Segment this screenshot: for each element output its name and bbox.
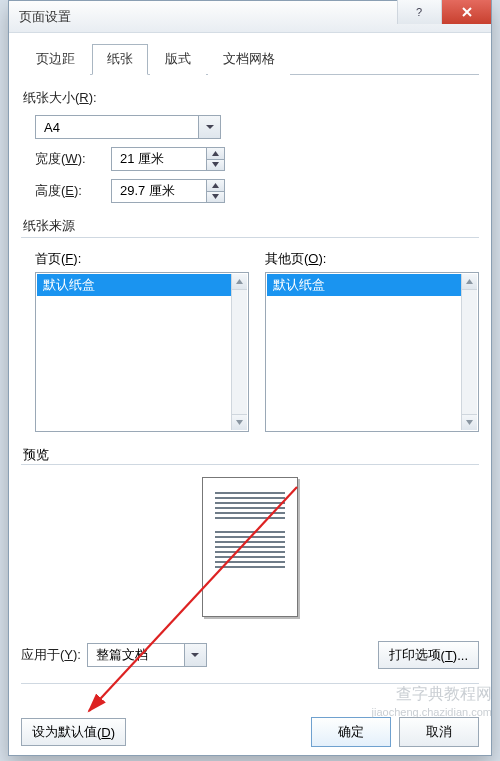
chevron-down-icon <box>184 644 206 666</box>
svg-text:?: ? <box>416 6 422 18</box>
preview-label: 预览 <box>23 446 479 464</box>
scrollbar[interactable] <box>231 274 247 430</box>
paper-size-combo[interactable]: A4 <box>35 115 221 139</box>
chevron-down-icon <box>207 160 224 171</box>
apply-to-label: 应用于(Y): <box>21 646 81 664</box>
ok-button[interactable]: 确定 <box>311 717 391 747</box>
apply-to-combo[interactable]: 整篇文档 <box>87 643 207 667</box>
other-pages-listbox[interactable]: 默认纸盒 <box>265 272 479 432</box>
dialog-title: 页面设置 <box>19 8 397 26</box>
apply-to-value: 整篇文档 <box>88 646 184 664</box>
paper-size-label: 纸张大小(R): <box>23 89 479 107</box>
print-options-button[interactable]: 打印选项(T)... <box>378 641 479 669</box>
width-value: 21 厘米 <box>112 150 206 168</box>
paper-source-label: 纸张来源 <box>23 217 479 235</box>
tab-strip: 页边距 纸张 版式 文档网格 <box>21 43 479 75</box>
tab-paper[interactable]: 纸张 <box>92 44 148 75</box>
first-page-listbox[interactable]: 默认纸盒 <box>35 272 249 432</box>
list-item[interactable]: 默认纸盒 <box>37 274 231 296</box>
tab-grid[interactable]: 文档网格 <box>208 44 290 75</box>
height-label: 高度(E): <box>35 182 111 200</box>
tab-layout[interactable]: 版式 <box>150 44 206 75</box>
page-preview-icon <box>202 477 298 617</box>
width-spinner[interactable]: 21 厘米 <box>111 147 225 171</box>
height-spin-buttons[interactable] <box>206 180 224 202</box>
page-setup-dialog: 页面设置 ? 页边距 纸张 版式 文档网格 纸张大小(R): A4 <box>8 0 492 756</box>
first-page-label: 首页(F): <box>35 250 249 268</box>
help-button[interactable]: ? <box>397 0 441 24</box>
chevron-down-icon <box>462 414 477 430</box>
divider <box>21 237 479 238</box>
cancel-button[interactable]: 取消 <box>399 717 479 747</box>
tab-margins[interactable]: 页边距 <box>21 44 90 75</box>
height-spinner[interactable]: 29.7 厘米 <box>111 179 225 203</box>
height-value: 29.7 厘米 <box>112 182 206 200</box>
set-default-button[interactable]: 设为默认值(D) <box>21 718 126 746</box>
list-item[interactable]: 默认纸盒 <box>267 274 461 296</box>
width-label: 宽度(W): <box>35 150 111 168</box>
chevron-up-icon <box>462 274 477 290</box>
paper-size-value: A4 <box>36 120 198 135</box>
preview-area <box>21 465 479 629</box>
scrollbar[interactable] <box>461 274 477 430</box>
chevron-up-icon <box>232 274 247 290</box>
chevron-up-icon <box>207 148 224 160</box>
other-pages-label: 其他页(O): <box>265 250 479 268</box>
divider <box>21 683 479 684</box>
chevron-down-icon <box>207 192 224 203</box>
chevron-up-icon <box>207 180 224 192</box>
chevron-down-icon <box>198 116 220 138</box>
width-spin-buttons[interactable] <box>206 148 224 170</box>
chevron-down-icon <box>232 414 247 430</box>
title-bar: 页面设置 ? <box>9 1 491 33</box>
close-button[interactable] <box>441 0 491 24</box>
